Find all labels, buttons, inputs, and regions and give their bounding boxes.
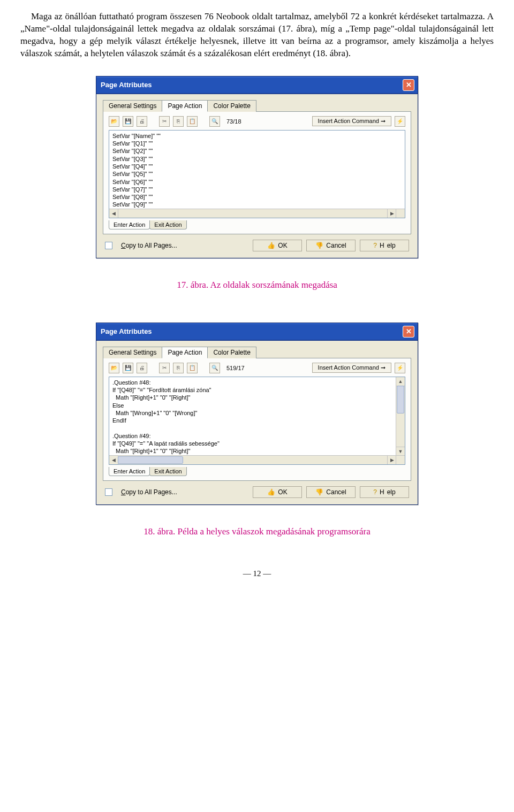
help-button[interactable]: ?Help — [360, 240, 409, 251]
find-icon[interactable]: 🔍 — [209, 363, 220, 373]
code-editor[interactable]: SetVar "[Name]" "" SetVar "[Q1]" "" SetV… — [109, 130, 405, 218]
dropdown-icon[interactable]: ⚡ — [395, 363, 405, 373]
cancel-button[interactable]: 👎Cancel — [306, 240, 356, 251]
help-button[interactable]: ?Help — [360, 486, 409, 498]
save-icon[interactable]: 💾 — [123, 363, 133, 373]
dialog-title: Page Attributes — [101, 327, 152, 335]
copy-icon[interactable]: ⎘ — [173, 363, 184, 373]
paste-icon[interactable]: 📋 — [187, 116, 198, 127]
titlebar: Page Attributes ✕ — [96, 76, 418, 94]
copy-all-checkbox[interactable] — [105, 488, 112, 496]
subtab-enter-action[interactable]: Enter Action — [109, 220, 150, 229]
horizontal-scrollbar[interactable]: ◀▶ — [109, 455, 396, 464]
tab-color-palette[interactable]: Color Palette — [207, 347, 256, 358]
main-tabs: General Settings Page Action Color Palet… — [103, 99, 411, 112]
vertical-scrollbar[interactable]: ▲ ▼ — [396, 377, 405, 456]
line-counter: 73/18 — [223, 118, 245, 125]
titlebar: Page Attributes ✕ — [96, 323, 418, 341]
cancel-button[interactable]: 👎Cancel — [306, 486, 356, 498]
copy-all-link[interactable]: Copy to All Pages... — [121, 488, 177, 496]
page-number: — 12 — — [20, 569, 494, 578]
page-attributes-dialog-1: Page Attributes ✕ General Settings Page … — [96, 76, 418, 258]
figure-caption-18: 18. ábra. Példa a helyes válaszok megadá… — [20, 526, 494, 537]
save-icon[interactable]: 💾 — [123, 116, 133, 127]
line-counter: 519/17 — [223, 365, 248, 371]
open-icon[interactable]: 📂 — [109, 363, 119, 373]
print-icon[interactable]: 🖨 — [137, 116, 147, 127]
close-icon[interactable]: ✕ — [403, 326, 414, 338]
print-icon[interactable]: 🖨 — [137, 363, 147, 373]
tab-color-palette[interactable]: Color Palette — [207, 100, 256, 112]
tab-page-action[interactable]: Page Action — [162, 347, 208, 358]
code-content: SetVar "[Name]" "" SetVar "[Q1]" "" SetV… — [109, 131, 405, 218]
body-text: Maga az önállóan futtatható program össz… — [20, 11, 494, 58]
tab-general-settings[interactable]: General Settings — [103, 347, 162, 358]
dropdown-icon[interactable]: ⚡ — [395, 116, 405, 127]
ok-button[interactable]: 👍OK — [253, 486, 302, 498]
paste-icon[interactable]: 📋 — [187, 363, 198, 373]
ok-button[interactable]: 👍OK — [253, 240, 302, 251]
open-icon[interactable]: 📂 — [109, 116, 119, 127]
copy-all-checkbox[interactable] — [105, 242, 112, 249]
insert-action-button[interactable]: Insert Action Command ➞ — [312, 116, 391, 126]
dialog-title: Page Attributes — [101, 81, 152, 89]
copy-all-link[interactable]: CCopy to All Pages...opy to All Pages... — [121, 242, 177, 249]
subtab-exit-action[interactable]: Exit Action — [149, 467, 186, 476]
cut-icon[interactable]: ✂ — [159, 363, 170, 373]
code-content: .Question #48: If "[Q48]" "=" "Fordított… — [109, 377, 405, 464]
main-tabs: General Settings Page Action Color Palet… — [103, 346, 411, 358]
subtab-enter-action[interactable]: Enter Action — [109, 467, 150, 476]
copy-icon[interactable]: ⎘ — [173, 116, 184, 127]
find-icon[interactable]: 🔍 — [209, 116, 220, 127]
insert-action-button[interactable]: Insert Action Command ➞ — [312, 363, 391, 373]
tab-general-settings[interactable]: General Settings — [103, 100, 162, 112]
cut-icon[interactable]: ✂ — [159, 116, 170, 127]
body-paragraph: Maga az önállóan futtatható program össz… — [20, 11, 494, 60]
code-editor[interactable]: .Question #48: If "[Q48]" "=" "Fordított… — [109, 377, 405, 465]
tab-page-action[interactable]: Page Action — [162, 100, 208, 112]
page-attributes-dialog-2: Page Attributes ✕ General Settings Page … — [96, 323, 418, 505]
toolbar: 📂 💾 🖨 ✂ ⎘ 📋 🔍 519/17 Insert Action Comma… — [109, 363, 405, 373]
toolbar: 📂 💾 🖨 ✂ ⎘ 📋 🔍 73/18 Insert Action Comman… — [109, 116, 405, 127]
subtab-exit-action[interactable]: Exit Action — [149, 220, 186, 229]
horizontal-scrollbar[interactable]: ◀▶ — [109, 209, 396, 218]
figure-caption-17: 17. ábra. Az oldalak sorszámának megadás… — [20, 280, 494, 290]
close-icon[interactable]: ✕ — [403, 79, 414, 91]
